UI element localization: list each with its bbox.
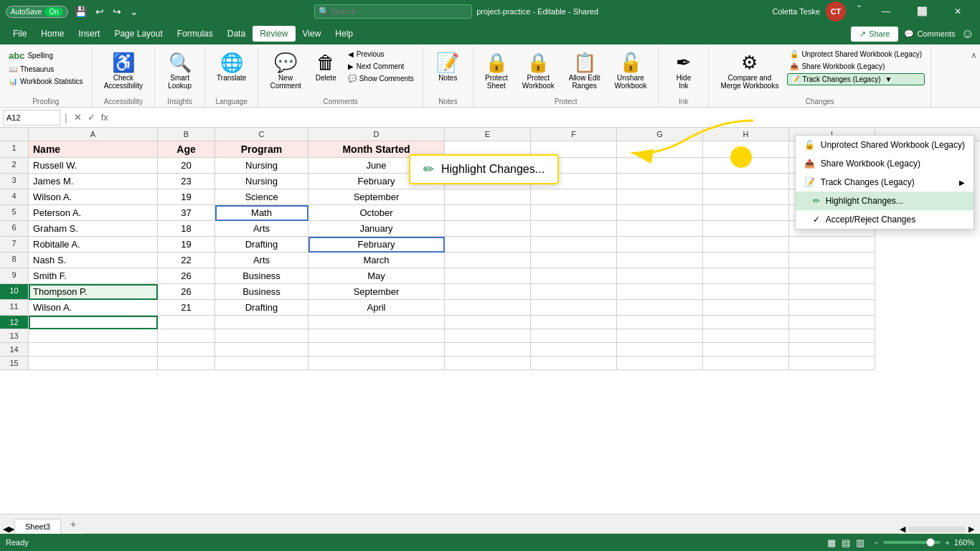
undo-button[interactable]: ↩ — [93, 6, 106, 17]
cell-d15[interactable] — [308, 357, 445, 370]
highlight-changes-item[interactable]: ✏ Highlight Changes... — [796, 192, 974, 210]
cell-i10[interactable] — [789, 284, 875, 300]
page-layout-btn[interactable]: ▤ — [839, 537, 852, 548]
col-header-e[interactable]: E — [445, 128, 531, 141]
redo-button[interactable]: ↪ — [110, 6, 123, 17]
cell-b9[interactable]: 26 — [158, 268, 215, 284]
unprotect-shared-legacy-item[interactable]: 🔓 Unprotect Shared Workbook (Legacy) — [796, 136, 974, 154]
cell-a14[interactable] — [29, 343, 158, 357]
cell-a7[interactable]: Robitalle A. — [29, 237, 158, 253]
cell-g11[interactable] — [617, 300, 703, 316]
formula-confirm-btn[interactable]: ✓ — [85, 112, 98, 123]
autosave-toggle[interactable]: AutoSave On — [6, 6, 68, 18]
track-changes-button[interactable]: 📝 Track Changes (Legacy) ▼ — [787, 73, 925, 85]
cell-d14[interactable] — [308, 343, 445, 357]
cell-a1[interactable]: Name — [29, 141, 158, 158]
unprotect-shared-button[interactable]: 🔓 Unprotect Shared Workbook (Legacy) — [787, 49, 925, 60]
scroll-tabs-left[interactable]: ◀ — [3, 524, 9, 534]
cell-h4[interactable] — [703, 189, 789, 205]
tab-scroll-left[interactable]: ◀ — [900, 524, 905, 534]
allow-edit-ranges-button[interactable]: 📋 Allow EditRanges — [563, 49, 606, 93]
cell-a9[interactable]: Smith F. — [29, 268, 158, 284]
add-sheet-button[interactable]: ＋ — [62, 515, 84, 534]
cell-g3[interactable] — [617, 174, 703, 189]
cell-i9[interactable] — [789, 268, 875, 284]
delete-comment-button[interactable]: 🗑 Delete — [310, 49, 342, 85]
cell-e15[interactable] — [445, 357, 531, 370]
cell-g12[interactable] — [617, 316, 703, 329]
menu-review[interactable]: Review — [253, 26, 295, 42]
cell-g5[interactable] — [617, 205, 703, 221]
cell-e11[interactable] — [445, 300, 531, 316]
cell-c6[interactable]: Arts — [215, 221, 308, 237]
comments-button[interactable]: 💬 Comments — [904, 29, 955, 39]
cell-h7[interactable] — [703, 237, 789, 253]
cell-a11[interactable]: Wilson A. — [29, 300, 158, 316]
menu-data[interactable]: Data — [220, 26, 253, 42]
formula-insert-function-btn[interactable]: fx — [99, 112, 110, 123]
smart-lookup-button[interactable]: 🔍 SmartLookup — [162, 49, 197, 93]
cell-f7[interactable] — [531, 237, 617, 253]
ribbon-collapse-btn[interactable]: ∧ — [971, 50, 977, 60]
share-button[interactable]: ↗ Share — [851, 27, 898, 42]
cell-c14[interactable] — [215, 343, 308, 357]
cell-f9[interactable] — [531, 268, 617, 284]
cell-a10[interactable]: Thompson P. — [29, 284, 158, 300]
cell-d10[interactable]: September — [308, 284, 445, 300]
check-accessibility-button[interactable]: ♿ CheckAccessibility — [98, 49, 149, 93]
cell-c5[interactable]: Math — [215, 205, 308, 221]
search-input[interactable] — [314, 4, 472, 19]
cell-e8[interactable] — [445, 253, 531, 268]
cell-b2[interactable]: 20 — [158, 158, 215, 174]
menu-file[interactable]: File — [6, 26, 34, 42]
zoom-slider-thumb[interactable] — [926, 538, 935, 547]
menu-home[interactable]: Home — [34, 26, 71, 42]
workbook-stats-button[interactable]: 📊 Workbook Statistics — [6, 76, 86, 87]
cell-c2[interactable]: Nursing — [215, 158, 308, 174]
cell-d12[interactable] — [308, 316, 445, 329]
cell-d7[interactable]: February — [308, 237, 445, 253]
cell-b6[interactable]: 18 — [158, 221, 215, 237]
cell-g8[interactable] — [617, 253, 703, 268]
cell-b14[interactable] — [158, 343, 215, 357]
cell-c10[interactable]: Business — [215, 284, 308, 300]
cell-reference-box[interactable] — [3, 110, 60, 126]
cell-b3[interactable]: 23 — [158, 174, 215, 189]
col-header-c[interactable]: C — [215, 128, 308, 141]
normal-view-btn[interactable]: ▦ — [825, 537, 838, 548]
cell-b11[interactable]: 21 — [158, 300, 215, 316]
emoji-icon[interactable]: ☺ — [961, 27, 974, 42]
show-comments-button[interactable]: 💬 Show Comments — [345, 73, 417, 84]
highlight-changes-floating-btn[interactable]: ✏ Highlight Changes... — [409, 154, 559, 184]
zoom-out-btn[interactable]: － — [872, 537, 880, 548]
cell-h8[interactable] — [703, 253, 789, 268]
protect-workbook-button[interactable]: 🔒 ProtectWorkbook — [517, 49, 560, 93]
cell-e7[interactable] — [445, 237, 531, 253]
cell-a8[interactable]: Nash S. — [29, 253, 158, 268]
formula-cancel-btn[interactable]: ✕ — [72, 112, 84, 123]
col-header-a[interactable]: A — [29, 128, 158, 141]
col-header-b[interactable]: B — [158, 128, 215, 141]
cell-f4[interactable] — [531, 189, 617, 205]
cell-g14[interactable] — [617, 343, 703, 357]
cell-d6[interactable]: January — [308, 221, 445, 237]
cell-g15[interactable] — [617, 357, 703, 370]
cell-c4[interactable]: Science — [215, 189, 308, 205]
cell-f13[interactable] — [531, 329, 617, 343]
track-changes-legacy-item[interactable]: 📝 Track Changes (Legacy) ▶ — [796, 173, 974, 192]
share-workbook-legacy-button[interactable]: 📤 Share Workbook (Legacy) — [787, 61, 925, 72]
cell-c12[interactable] — [215, 316, 308, 329]
cell-e12[interactable] — [445, 316, 531, 329]
close-button[interactable]: ✕ — [941, 0, 974, 23]
cell-c7[interactable]: Drafting — [215, 237, 308, 253]
unshare-workbook-button[interactable]: 🔓 UnshareWorkbook — [609, 49, 653, 93]
cell-d8[interactable]: March — [308, 253, 445, 268]
cell-a5[interactable]: Peterson A. — [29, 205, 158, 221]
menu-help[interactable]: Help — [328, 26, 360, 42]
thesaurus-button[interactable]: 📖 Thesaurus — [6, 64, 86, 75]
customize-qat[interactable]: ⌄ — [128, 6, 141, 17]
col-header-d[interactable]: D — [308, 128, 445, 141]
new-comment-button[interactable]: 💬 NewComment — [264, 49, 306, 93]
notes-button[interactable]: 📝 Notes — [430, 49, 465, 85]
tab-scroll-right[interactable]: ▶ — [969, 524, 974, 534]
